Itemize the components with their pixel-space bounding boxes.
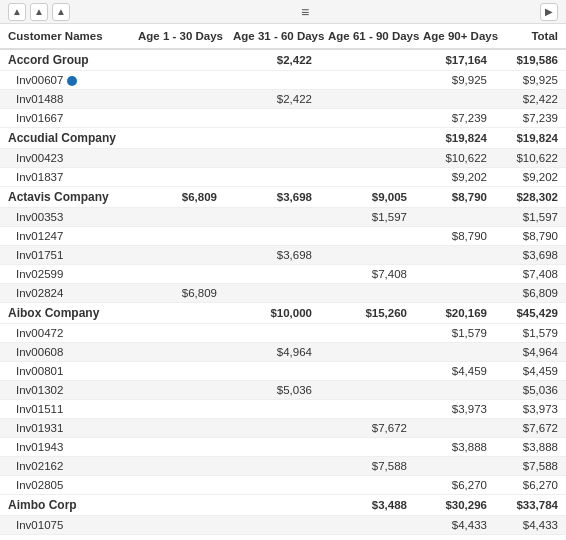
table-row[interactable]: Inv01511 $3,973 $3,973 [0, 400, 566, 419]
scroll-right-button[interactable]: ▶ [540, 3, 558, 21]
table-row[interactable]: Inv01488 $2,422 $2,422 [0, 90, 566, 109]
nav-forward-button[interactable]: ▲ [52, 3, 70, 21]
table-row[interactable]: Inv00607 $9,925 $9,925 [0, 71, 566, 90]
nav-buttons: ▲ ▲ ▲ [8, 3, 70, 21]
table-row[interactable]: Inv01494 $9,577 $9,577 [0, 535, 566, 541]
row-total: $8,790 [495, 227, 566, 246]
row-age1 [130, 71, 225, 90]
row-total: $6,809 [495, 284, 566, 303]
group-age90: $8,790 [415, 187, 495, 208]
menu-icon[interactable]: ≡ [301, 4, 309, 20]
table-row[interactable]: Inv00353 $1,597 $1,597 [0, 208, 566, 227]
row-total: $4,964 [495, 343, 566, 362]
row-age1 [130, 516, 225, 535]
table-row[interactable]: Inv02599 $7,408 $7,408 [0, 265, 566, 284]
row-total: $5,036 [495, 381, 566, 400]
row-age61 [320, 400, 415, 419]
group-age61: $9,005 [320, 187, 415, 208]
table-row[interactable]: Inv00801 $4,459 $4,459 [0, 362, 566, 381]
nav-up-button[interactable]: ▲ [30, 3, 48, 21]
row-total: $9,202 [495, 168, 566, 187]
table-row[interactable]: Inv01751 $3,698 $3,698 [0, 246, 566, 265]
row-age1 [130, 168, 225, 187]
row-age90: $1,579 [415, 324, 495, 343]
row-age61: $7,588 [320, 457, 415, 476]
row-age1 [130, 246, 225, 265]
row-age61 [320, 71, 415, 90]
col-header-age31: Age 31 - 60 Days [225, 24, 320, 49]
row-id: Inv00607 [0, 71, 130, 90]
nav-back-button[interactable]: ▲ [8, 3, 26, 21]
row-total: $3,698 [495, 246, 566, 265]
table-row[interactable]: Inv02824 $6,809 $6,809 [0, 284, 566, 303]
row-age1 [130, 381, 225, 400]
table-row[interactable]: Inv00472 $1,579 $1,579 [0, 324, 566, 343]
group-age31 [225, 495, 320, 516]
table-row[interactable]: Inv01837 $9,202 $9,202 [0, 168, 566, 187]
row-age31 [225, 149, 320, 168]
group-header-row[interactable]: Accord Group $2,422 $17,164 $19,586 [0, 49, 566, 71]
row-age90 [415, 246, 495, 265]
row-age90: $7,239 [415, 109, 495, 128]
row-age90: $3,888 [415, 438, 495, 457]
table-row[interactable]: Inv00608 $4,964 $4,964 [0, 343, 566, 362]
row-id: Inv01302 [0, 381, 130, 400]
row-age61: $7,672 [320, 419, 415, 438]
table-row[interactable]: Inv01302 $5,036 $5,036 [0, 381, 566, 400]
table-row[interactable]: Inv01943 $3,888 $3,888 [0, 438, 566, 457]
group-header-row[interactable]: Aibox Company $10,000 $15,260 $20,169 $4… [0, 303, 566, 324]
row-age61 [320, 227, 415, 246]
row-age90 [415, 284, 495, 303]
row-age90: $8,790 [415, 227, 495, 246]
row-id: Inv02599 [0, 265, 130, 284]
group-age61: $3,488 [320, 495, 415, 516]
row-age61 [320, 516, 415, 535]
row-age31 [225, 71, 320, 90]
row-age1 [130, 227, 225, 246]
top-bar: ▲ ▲ ▲ ≡ ▶ [0, 0, 566, 24]
row-total: $9,577 [495, 535, 566, 541]
group-name: Aimbo Corp [0, 495, 130, 516]
row-age90 [415, 457, 495, 476]
row-age1 [130, 149, 225, 168]
table-body: Accord Group $2,422 $17,164 $19,586 Inv0… [0, 49, 566, 540]
row-age90: $10,622 [415, 149, 495, 168]
row-age61 [320, 362, 415, 381]
group-header-row[interactable]: Aimbo Corp $3,488 $30,296 $33,784 [0, 495, 566, 516]
row-total: $7,588 [495, 457, 566, 476]
group-age61 [320, 128, 415, 149]
row-age90 [415, 208, 495, 227]
row-age1 [130, 90, 225, 109]
table-row[interactable]: Inv01075 $4,433 $4,433 [0, 516, 566, 535]
table-container: Customer Names Age 1 - 30 Days Age 31 - … [0, 24, 566, 540]
row-id: Inv01931 [0, 419, 130, 438]
row-total: $7,239 [495, 109, 566, 128]
table-row[interactable]: Inv02162 $7,588 $7,588 [0, 457, 566, 476]
table-row[interactable]: Inv01247 $8,790 $8,790 [0, 227, 566, 246]
group-age1 [130, 49, 225, 71]
cursor-indicator [67, 76, 77, 86]
aging-table: Customer Names Age 1 - 30 Days Age 31 - … [0, 24, 566, 540]
group-header-row[interactable]: Accudial Company $19,824 $19,824 [0, 128, 566, 149]
group-age90: $30,296 [415, 495, 495, 516]
table-row[interactable]: Inv00423 $10,622 $10,622 [0, 149, 566, 168]
group-header-row[interactable]: Actavis Company $6,809 $3,698 $9,005 $8,… [0, 187, 566, 208]
group-age1 [130, 303, 225, 324]
table-row[interactable]: Inv02805 $6,270 $6,270 [0, 476, 566, 495]
row-age1 [130, 109, 225, 128]
row-age61 [320, 343, 415, 362]
row-age90: $4,459 [415, 362, 495, 381]
row-age90 [415, 265, 495, 284]
row-id: Inv01667 [0, 109, 130, 128]
row-age61: $7,408 [320, 265, 415, 284]
row-total: $7,672 [495, 419, 566, 438]
table-row[interactable]: Inv01931 $7,672 $7,672 [0, 419, 566, 438]
row-id: Inv01943 [0, 438, 130, 457]
row-age1 [130, 400, 225, 419]
row-age90: $4,433 [415, 516, 495, 535]
row-age61 [320, 246, 415, 265]
row-age61 [320, 535, 415, 541]
group-total: $19,586 [495, 49, 566, 71]
row-age1 [130, 324, 225, 343]
table-row[interactable]: Inv01667 $7,239 $7,239 [0, 109, 566, 128]
